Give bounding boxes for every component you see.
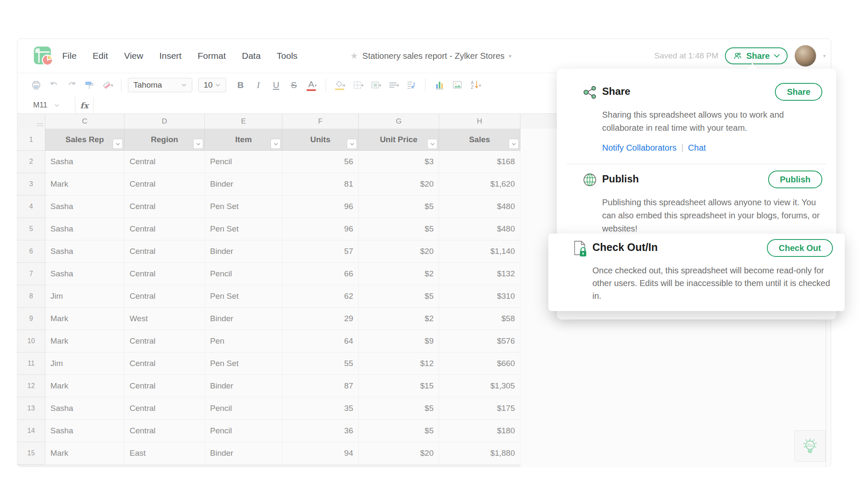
borders-button[interactable]: ▾	[350, 77, 365, 93]
merge-cells-button[interactable]: ▾	[368, 77, 383, 93]
menu-view[interactable]: View	[124, 51, 143, 61]
filter-button[interactable]	[427, 139, 437, 149]
cell[interactable]: Pencil	[205, 420, 282, 442]
filter-button[interactable]	[347, 139, 357, 149]
row-number[interactable]: 14	[17, 420, 45, 442]
cell[interactable]: Central	[124, 353, 205, 375]
cell[interactable]: $2	[359, 308, 439, 330]
cell[interactable]: 87	[282, 375, 359, 397]
cell[interactable]: $20	[359, 173, 439, 196]
cell[interactable]: Mark	[45, 442, 124, 465]
cell[interactable]: $1,880	[439, 442, 520, 465]
cell[interactable]: Pencil	[205, 397, 282, 420]
cell[interactable]: Central	[124, 420, 205, 442]
cell[interactable]: $2	[359, 263, 439, 285]
cell[interactable]: 57	[282, 240, 359, 263]
cell[interactable]: $5	[359, 397, 439, 420]
menu-data[interactable]: Data	[242, 51, 260, 61]
cell[interactable]: Pencil	[205, 263, 282, 285]
font-family-select[interactable]: Tahoma	[128, 78, 192, 92]
cell[interactable]: $5	[359, 196, 439, 218]
cell[interactable]: Pen Set	[205, 218, 282, 240]
cell[interactable]: 56	[282, 151, 359, 173]
filter-button[interactable]	[271, 139, 281, 149]
cell[interactable]: Sasha	[45, 196, 124, 218]
cell[interactable]: Central	[124, 218, 205, 240]
fill-color-button[interactable]: ▾	[332, 77, 348, 93]
cell[interactable]: Pen Set	[205, 285, 282, 308]
header-cell[interactable]: Units	[282, 129, 359, 151]
column-header-C[interactable]: C	[45, 114, 124, 129]
cell[interactable]: $15	[359, 375, 439, 397]
cell[interactable]: $480	[439, 196, 520, 218]
cell[interactable]: Central	[124, 196, 205, 218]
eraser-dropdown-caret[interactable]: ▾	[111, 83, 113, 88]
cell[interactable]: Central	[124, 397, 205, 420]
cell[interactable]: Sasha	[45, 263, 124, 285]
cell[interactable]: Central	[124, 263, 205, 285]
cell[interactable]: 55	[282, 353, 359, 375]
cell[interactable]: 64	[282, 330, 359, 353]
header-cell[interactable]: Item	[205, 129, 282, 151]
column-header-H[interactable]: H	[439, 114, 520, 129]
row-number[interactable]: 6	[17, 240, 45, 263]
cell[interactable]: 62	[282, 285, 359, 308]
header-cell[interactable]: Sales Rep	[45, 129, 124, 151]
filter-button[interactable]	[509, 139, 519, 149]
cell[interactable]: 36	[282, 420, 359, 442]
format-painter-button[interactable]	[82, 77, 97, 93]
avatar-chevron-icon[interactable]: ▾	[823, 53, 826, 59]
menu-edit[interactable]: Edit	[93, 51, 108, 61]
borders-caret[interactable]: ▾	[361, 83, 363, 88]
row-number[interactable]: 10	[17, 330, 45, 353]
sort-button[interactable]: A Z ▾	[467, 77, 483, 93]
zia-assistant-button[interactable]: Zia	[794, 430, 826, 462]
cell[interactable]: $58	[439, 308, 520, 330]
cell[interactable]: Pen Set	[205, 353, 282, 375]
title-chevron-icon[interactable]: ▾	[509, 53, 512, 59]
column-header-E[interactable]: E	[205, 114, 282, 129]
cell[interactable]: $310	[439, 285, 520, 308]
cell[interactable]: 96	[282, 218, 359, 240]
cell[interactable]: $5	[359, 218, 439, 240]
cell[interactable]: Sasha	[45, 151, 124, 173]
cell-name-box[interactable]: M11	[17, 97, 75, 113]
cell[interactable]: Central	[124, 151, 205, 173]
align-button[interactable]: ▾	[386, 77, 401, 93]
popup-publish-button[interactable]: Publish	[768, 171, 822, 188]
chat-link[interactable]: Chat	[688, 143, 706, 153]
cell[interactable]: 81	[282, 173, 359, 196]
popup-share-button[interactable]: Share	[775, 83, 822, 101]
header-cell[interactable]: Unit Price	[359, 129, 439, 151]
cell[interactable]: 35	[282, 397, 359, 420]
row-number[interactable]: 13	[17, 397, 45, 420]
cell[interactable]: Pencil	[205, 151, 282, 173]
cell[interactable]: $20	[359, 442, 439, 465]
menu-file[interactable]: File	[62, 51, 77, 61]
cell[interactable]: Central	[124, 285, 205, 308]
fill-color-caret[interactable]: ▾	[343, 83, 345, 88]
row-number[interactable]: 4	[17, 196, 45, 218]
font-size-select[interactable]: 10	[198, 78, 226, 92]
cell[interactable]: $1,305	[439, 375, 520, 397]
cell[interactable]: $3	[359, 151, 439, 173]
cell[interactable]: $480	[439, 218, 520, 240]
cell[interactable]: 66	[282, 263, 359, 285]
cell[interactable]: Binder	[205, 375, 282, 397]
cell[interactable]: $1,140	[439, 240, 520, 263]
cell[interactable]: Sasha	[45, 420, 124, 442]
menu-tools[interactable]: Tools	[277, 51, 298, 61]
column-header-F[interactable]: F	[282, 114, 359, 129]
cell[interactable]: 96	[282, 196, 359, 218]
select-all-corner[interactable]	[17, 114, 45, 129]
header-cell[interactable]: Region	[124, 129, 205, 151]
menu-insert[interactable]: Insert	[159, 51, 182, 61]
cell[interactable]: Sasha	[45, 218, 124, 240]
cell[interactable]: West	[124, 308, 205, 330]
row-number[interactable]: 9	[17, 308, 45, 330]
cell[interactable]: Binder	[205, 308, 282, 330]
merge-cells-caret[interactable]: ▾	[379, 83, 381, 88]
font-color-button[interactable]: A ▾	[304, 77, 319, 93]
cell[interactable]: $20	[359, 240, 439, 263]
cell[interactable]: Binder	[205, 240, 282, 263]
